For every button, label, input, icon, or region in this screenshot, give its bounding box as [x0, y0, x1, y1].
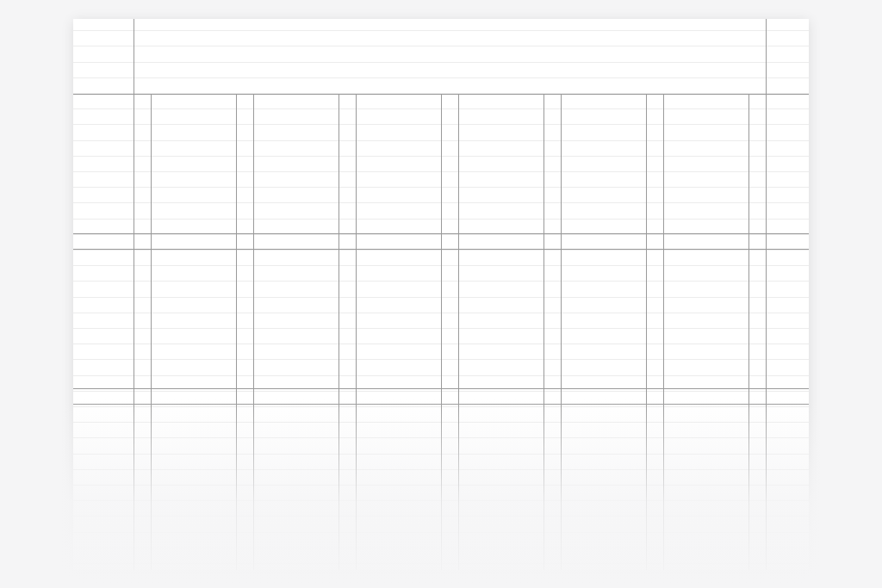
canvas: [0, 0, 882, 588]
title-band: [138, 26, 757, 88]
paper-sheet: [73, 19, 809, 570]
ruled-lines: [73, 19, 809, 570]
